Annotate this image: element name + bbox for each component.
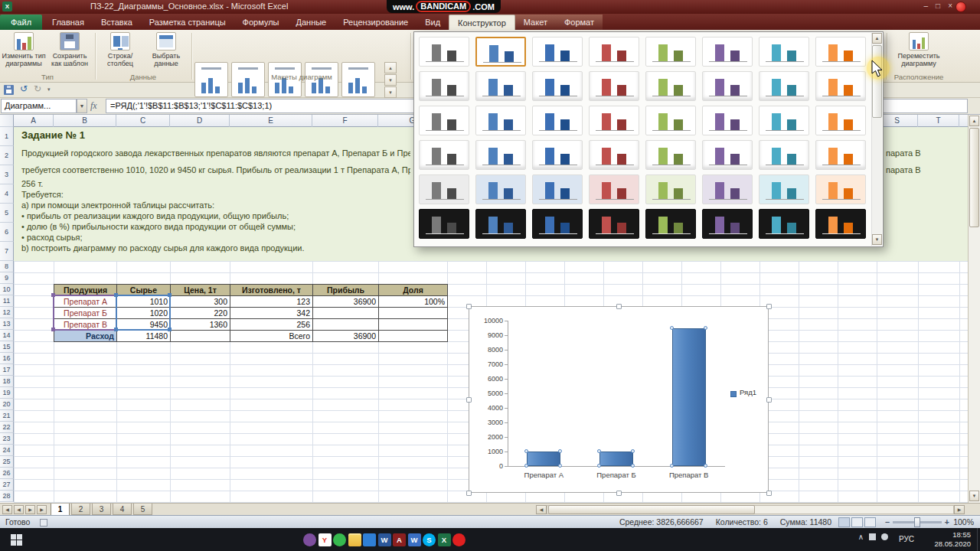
hscroll-thumb[interactable]: [548, 505, 755, 514]
row-header-12[interactable]: 12: [0, 307, 14, 318]
tray-chevron-icon[interactable]: ∧: [858, 533, 864, 541]
ribbon-tab-design[interactable]: Конструктор: [449, 15, 515, 30]
row-header-5[interactable]: 5: [0, 204, 14, 223]
table-footer-cell[interactable]: [378, 330, 448, 342]
table-cell[interactable]: Препарат А: [54, 295, 117, 308]
column-header-F[interactable]: F: [312, 115, 378, 127]
chart-style-thumb-red-r4[interactable]: [589, 140, 639, 170]
row-header-28[interactable]: 28: [0, 491, 14, 502]
ribbon-tab-data[interactable]: Данные: [287, 15, 335, 30]
taskbar-clock[interactable]: 18:55 28.05.2020: [934, 530, 971, 549]
chart-frame-handle[interactable]: [466, 397, 472, 403]
taskbar-icon-word-doc[interactable]: W: [408, 533, 421, 546]
chart-frame-handle[interactable]: [766, 304, 772, 309]
column-header-A[interactable]: A: [14, 115, 54, 127]
zoom-slider-thumb[interactable]: [914, 517, 920, 527]
chart-style-thumb-orange-r2[interactable]: [815, 71, 866, 101]
table-header-cell[interactable]: Продукция: [54, 284, 117, 296]
chart-frame-handle[interactable]: [616, 491, 622, 496]
hscroll-right-icon[interactable]: ▶: [954, 505, 965, 514]
chart-style-thumb-orange-r5[interactable]: [815, 174, 866, 204]
chart-style-thumb-orange-r4[interactable]: [815, 140, 866, 170]
chart-style-thumb-blue-dark-r4[interactable]: [532, 140, 583, 170]
chart-bar[interactable]: [672, 328, 706, 466]
row-header-2[interactable]: 2: [0, 146, 14, 165]
chart-style-thumb-blue-r4[interactable]: [475, 140, 526, 170]
language-indicator[interactable]: РУС: [899, 535, 914, 543]
column-header-T[interactable]: T: [918, 115, 959, 127]
switch-row-column-button[interactable]: Строка/столбец: [98, 32, 142, 78]
zoom-out-button[interactable]: −: [885, 517, 890, 527]
chart-style-thumb-blue-dark-r5[interactable]: [532, 174, 583, 204]
ribbon-tab-page-layout[interactable]: Разметка страницы: [141, 15, 234, 30]
chart-frame-handle[interactable]: [766, 491, 772, 496]
sheet-nav-next-icon[interactable]: ▶: [25, 505, 35, 514]
sheet-tab-5[interactable]: 5: [133, 504, 152, 515]
table-header-cell[interactable]: Доля: [378, 284, 448, 296]
chart-style-thumb-purple-r4[interactable]: [702, 140, 753, 170]
row-header-25[interactable]: 25: [0, 456, 14, 468]
sheet-nav-prev-icon[interactable]: ◀: [14, 505, 24, 514]
table-cell[interactable]: 9450: [116, 318, 171, 331]
change-chart-type-button[interactable]: Изменить тип диаграммы: [2, 32, 46, 78]
chart-style-thumb-grayscale-r3[interactable]: [419, 106, 469, 135]
maximize-button[interactable]: □: [936, 2, 940, 10]
row-header-7[interactable]: 7: [0, 242, 14, 261]
table-header-cell[interactable]: Цена, 1т: [170, 284, 230, 296]
table-header-cell[interactable]: Сырье: [116, 284, 171, 296]
chart-style-thumb-green-r2[interactable]: [645, 71, 696, 101]
row-header-16[interactable]: 16: [0, 353, 14, 364]
row-header-27[interactable]: 27: [0, 479, 14, 491]
table-cell[interactable]: [378, 307, 448, 319]
scroll-up-icon[interactable]: ▲: [969, 116, 979, 126]
name-box-caret-icon[interactable]: ▼: [77, 99, 87, 113]
taskbar-icon-word[interactable]: W: [378, 533, 391, 546]
row-header-14[interactable]: 14: [0, 330, 14, 341]
row-header-23[interactable]: 23: [0, 433, 14, 445]
sheet-nav-first-icon[interactable]: ◀: [2, 505, 12, 514]
normal-view-button[interactable]: [838, 517, 850, 527]
table-footer-cell[interactable]: 11480: [116, 330, 171, 342]
chart-style-thumb-teal-r5[interactable]: [759, 174, 809, 204]
table-cell[interactable]: [312, 318, 379, 331]
chart-style-thumb-grayscale-r5[interactable]: [419, 174, 469, 204]
select-all-corner[interactable]: [0, 115, 14, 127]
close-button[interactable]: ×: [948, 2, 952, 10]
row-header-13[interactable]: 13: [0, 318, 14, 330]
table-cell[interactable]: 123: [230, 295, 313, 308]
excel-app-icon[interactable]: X: [2, 2, 12, 11]
chart-style-thumb-blue-r2[interactable]: [475, 71, 526, 101]
sheet-tab-1[interactable]: 1: [51, 504, 70, 516]
chart-style-thumb-red-r6[interactable]: [589, 209, 639, 239]
chart-style-thumb-grayscale-r6[interactable]: [419, 209, 469, 239]
chart-frame-handle[interactable]: [466, 304, 472, 309]
chart-style-thumb-teal-r6[interactable]: [759, 209, 809, 239]
chart-style-thumb-grayscale-r1[interactable]: [419, 37, 469, 67]
zoom-percent[interactable]: 100%: [953, 517, 974, 527]
zoom-slider-track[interactable]: [893, 521, 942, 523]
table-cell[interactable]: 220: [170, 307, 230, 319]
table-footer-cell[interactable]: 36900: [312, 330, 379, 342]
save-as-template-button[interactable]: Сохранить как шаблон: [47, 32, 92, 78]
table-cell[interactable]: 36900: [312, 295, 379, 308]
chart-style-thumb-blue-r5[interactable]: [475, 174, 526, 204]
chart-style-thumb-blue-r3[interactable]: [475, 106, 526, 135]
insert-function-icon[interactable]: fx: [90, 100, 97, 112]
chart-style-thumb-blue-dark-r6[interactable]: [532, 209, 583, 239]
start-button[interactable]: [11, 534, 22, 546]
chart-frame-handle[interactable]: [616, 304, 622, 309]
gallery-scroll-thumb[interactable]: [872, 45, 882, 118]
scroll-down-icon[interactable]: ▼: [969, 491, 979, 501]
ribbon-tab-file[interactable]: Файл: [0, 15, 42, 30]
row-header-22[interactable]: 22: [0, 422, 14, 433]
chart-style-thumb-blue-dark-r1[interactable]: [532, 37, 583, 67]
row-header-10[interactable]: 10: [0, 284, 14, 295]
record-button[interactable]: [956, 2, 966, 12]
chart-style-thumb-teal-r4[interactable]: [759, 140, 809, 170]
table-cell[interactable]: Препарат Б: [54, 307, 117, 319]
chart-style-thumb-purple-r1[interactable]: [702, 37, 753, 67]
ribbon-tab-insert[interactable]: Вставка: [93, 15, 141, 30]
row-header-21[interactable]: 21: [0, 410, 14, 422]
row-header-24[interactable]: 24: [0, 445, 14, 456]
table-cell[interactable]: [378, 318, 448, 331]
